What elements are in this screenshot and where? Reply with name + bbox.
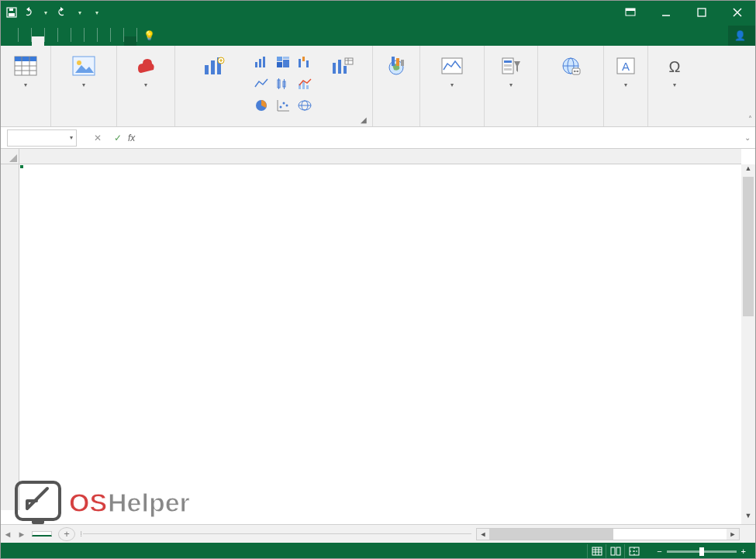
tab-view[interactable] bbox=[98, 36, 110, 46]
qat-customize-icon[interactable]: ▾ bbox=[91, 6, 103, 19]
sheet-tab[interactable] bbox=[32, 531, 52, 537]
recommended-charts-button[interactable] bbox=[180, 49, 248, 80]
column-chart-icon[interactable] bbox=[251, 52, 271, 72]
hyperlink-icon bbox=[558, 53, 583, 78]
scroll-left-icon[interactable]: ◄ bbox=[477, 529, 489, 540]
chevron-down-icon[interactable]: ▾ bbox=[70, 134, 73, 141]
page-layout-view-icon[interactable] bbox=[606, 544, 624, 558]
addins-button[interactable]: ▾ bbox=[122, 49, 170, 88]
fill-handle[interactable] bbox=[19, 164, 24, 169]
close-icon[interactable] bbox=[720, 1, 755, 24]
group-links bbox=[538, 46, 604, 126]
svg-rect-72 bbox=[592, 547, 602, 555]
view-shortcuts bbox=[587, 544, 643, 558]
cancel-icon[interactable]: ✕ bbox=[88, 133, 108, 143]
tab-abbyy[interactable] bbox=[111, 36, 123, 46]
tab-home[interactable] bbox=[19, 36, 31, 46]
sparkline-icon bbox=[440, 53, 464, 78]
hierarchy-chart-icon[interactable] bbox=[273, 52, 293, 72]
waterfall-chart-icon[interactable] bbox=[295, 52, 315, 72]
tab-split-handle[interactable]: ⁞ bbox=[80, 530, 82, 538]
scatter-chart-icon[interactable] bbox=[273, 95, 293, 116]
tab-formulas[interactable] bbox=[58, 36, 71, 46]
tab-page-layout[interactable] bbox=[45, 36, 57, 46]
scroll-down-icon[interactable]: ▼ bbox=[741, 512, 755, 524]
fx-icon[interactable]: fx bbox=[128, 133, 143, 143]
formula-input[interactable] bbox=[143, 133, 740, 143]
redo-icon[interactable] bbox=[57, 6, 69, 19]
page-break-view-icon[interactable] bbox=[624, 544, 643, 558]
zoom-slider[interactable] bbox=[667, 550, 737, 553]
svg-rect-24 bbox=[277, 57, 282, 61]
zoom-in-icon[interactable]: + bbox=[741, 547, 746, 556]
ribbon-display-icon[interactable] bbox=[613, 1, 648, 24]
save-icon[interactable] bbox=[5, 6, 18, 19]
tab-review[interactable] bbox=[85, 36, 97, 46]
zoom-out-icon[interactable]: − bbox=[657, 547, 661, 556]
svg-point-43 bbox=[286, 105, 288, 107]
maximize-icon[interactable] bbox=[684, 1, 720, 24]
undo-dropdown-icon[interactable]: ▾ bbox=[40, 6, 52, 19]
lightbulb-icon: 💡 bbox=[143, 30, 155, 41]
tab-file[interactable] bbox=[5, 36, 18, 46]
scroll-up-icon[interactable]: ▲ bbox=[741, 164, 755, 177]
dialog-launcher-icon[interactable]: ◢ bbox=[361, 116, 370, 125]
share-button[interactable]: 👤 bbox=[728, 26, 755, 46]
row-headers[interactable] bbox=[1, 164, 19, 510]
svg-rect-1 bbox=[9, 13, 15, 16]
name-box[interactable]: ▾ bbox=[7, 129, 77, 147]
svg-rect-30 bbox=[306, 60, 309, 67]
horizontal-scrollbar[interactable]: ◄ ► bbox=[476, 528, 740, 540]
group-illustrations: ▾ bbox=[51, 46, 117, 126]
zoom-slider-handle[interactable] bbox=[699, 547, 704, 556]
hyperlink-button[interactable] bbox=[543, 49, 599, 80]
tab-acrobat[interactable] bbox=[124, 36, 136, 46]
cell-grid[interactable] bbox=[19, 164, 741, 510]
status-bar: − + bbox=[1, 543, 755, 559]
svg-rect-49 bbox=[343, 66, 347, 74]
tab-data[interactable] bbox=[71, 36, 84, 46]
normal-view-icon[interactable] bbox=[587, 544, 606, 558]
group-tours bbox=[373, 46, 420, 126]
line-chart-icon[interactable] bbox=[251, 74, 271, 94]
chevron-down-icon: ▾ bbox=[82, 81, 85, 88]
group-charts-label bbox=[180, 123, 368, 125]
select-all-triangle[interactable] bbox=[1, 149, 19, 164]
title-bar: ▾ ▾ ▾ bbox=[1, 1, 755, 24]
tab-nav-prev-icon[interactable]: ◄ bbox=[1, 530, 15, 539]
sign-in[interactable] bbox=[716, 36, 728, 46]
collapse-ribbon-icon[interactable]: ˄ bbox=[748, 115, 752, 123]
sparklines-button[interactable]: ▾ bbox=[425, 49, 479, 88]
tab-nav-next-icon[interactable]: ► bbox=[15, 530, 29, 539]
svg-rect-25 bbox=[283, 57, 289, 59]
svg-rect-37 bbox=[306, 85, 309, 89]
surface-chart-icon[interactable] bbox=[295, 95, 315, 116]
map3d-button[interactable] bbox=[378, 49, 415, 80]
group-symbols: Ω ▾ bbox=[648, 46, 701, 126]
svg-rect-36 bbox=[302, 81, 305, 89]
combo-chart-icon[interactable] bbox=[295, 74, 315, 94]
illustrations-button[interactable]: ▾ bbox=[56, 49, 112, 88]
text-button[interactable]: A ▾ bbox=[609, 49, 643, 88]
scroll-thumb[interactable] bbox=[489, 529, 613, 540]
redo-dropdown-icon[interactable]: ▾ bbox=[74, 6, 86, 19]
selection-outline bbox=[19, 164, 22, 167]
filters-button[interactable]: ▾ bbox=[489, 49, 533, 88]
new-sheet-icon[interactable]: + bbox=[58, 527, 75, 541]
minimize-icon[interactable] bbox=[648, 1, 684, 24]
symbols-button[interactable]: Ω ▾ bbox=[653, 49, 696, 88]
formula-bar: ▾ ✕ ✓ fx ⌄ bbox=[1, 127, 755, 149]
scroll-thumb[interactable] bbox=[743, 177, 754, 316]
scroll-right-icon[interactable]: ► bbox=[727, 529, 739, 540]
tables-button[interactable]: ▾ bbox=[5, 49, 46, 88]
pie-chart-icon[interactable] bbox=[251, 95, 271, 116]
tell-me[interactable]: 💡 bbox=[137, 26, 164, 46]
undo-icon[interactable] bbox=[22, 6, 35, 19]
statistic-chart-icon[interactable] bbox=[273, 74, 293, 94]
enter-icon[interactable]: ✓ bbox=[108, 133, 128, 143]
pivot-chart-button[interactable] bbox=[318, 49, 368, 80]
column-headers[interactable] bbox=[19, 149, 741, 164]
tab-insert[interactable] bbox=[32, 36, 44, 46]
vertical-scrollbar[interactable]: ▲ ▼ bbox=[741, 164, 755, 524]
expand-formula-bar-icon[interactable]: ⌄ bbox=[740, 133, 755, 142]
